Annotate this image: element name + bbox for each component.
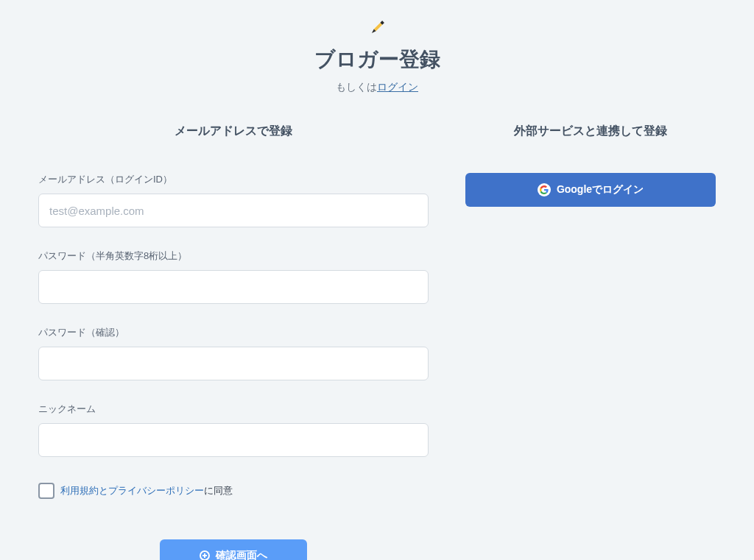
nickname-label: ニックネーム [38,403,429,416]
consent-row: 利用規約とプライバシーポリシーに同意 [38,483,429,499]
email-section-title: メールアドレスで登録 [38,124,429,139]
svg-rect-1 [374,23,382,31]
confirm-button-label: 確認画面へ [216,549,267,560]
confirm-button[interactable]: 確認画面へ [160,539,307,560]
email-input[interactable] [38,194,429,227]
nickname-input[interactable] [38,423,429,457]
password-confirm-label: パスワード（確認） [38,326,429,339]
consent-checkbox[interactable] [38,483,54,499]
google-login-button[interactable]: Googleでログイン [465,173,716,207]
page-title: ブロガー登録 [0,46,754,74]
consent-text: 利用規約とプライバシーポリシーに同意 [60,484,233,497]
plus-circle-icon [200,550,210,560]
password-label: パスワード（半角英数字8桁以上） [38,249,429,263]
password-input[interactable] [38,270,429,304]
terms-link[interactable]: 利用規約とプライバシーポリシー [60,485,204,496]
consent-suffix: に同意 [204,485,233,496]
subtitle-prefix: もしくは [336,81,377,93]
email-register-section: メールアドレスで登録 メールアドレス（ログインID） パスワード（半角英数字8桁… [38,124,429,560]
google-icon [538,183,551,196]
pen-icon [367,18,387,38]
email-label: メールアドレス（ログインID） [38,173,429,186]
external-section-title: 外部サービスと連携して登録 [465,124,716,139]
subtitle: もしくはログイン [0,81,754,94]
password-confirm-input[interactable] [38,347,429,380]
login-link[interactable]: ログイン [377,81,418,93]
google-button-label: Googleでログイン [557,183,644,196]
external-register-section: 外部サービスと連携して登録 Googleでログイン [465,124,716,560]
page-header: ブロガー登録 もしくはログイン [0,18,754,94]
